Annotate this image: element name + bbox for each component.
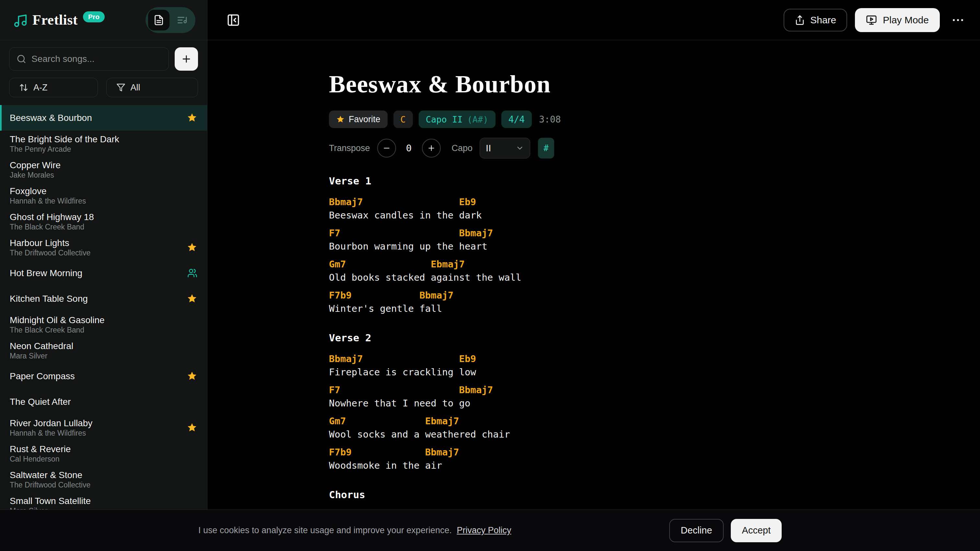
toggle-setlist-view[interactable] bbox=[172, 10, 193, 30]
chevron-down-icon bbox=[515, 144, 524, 152]
song-row-the-quiet-after[interactable]: The Quiet After bbox=[0, 389, 207, 414]
song-title: Kitchen Table Song bbox=[10, 293, 88, 304]
song-row-ghost-of-highway-18[interactable]: Ghost of Highway 18 The Black Creek Band bbox=[0, 209, 207, 234]
star-icon[interactable] bbox=[187, 422, 197, 433]
song-title: Beeswax & Bourbon bbox=[10, 113, 92, 123]
share-label: Share bbox=[810, 14, 836, 25]
section-heading: Verse 2 bbox=[329, 331, 980, 344]
lyric-line: Bourbon warming up the heart bbox=[329, 240, 980, 253]
app-logo: Fretlist Pro bbox=[13, 11, 105, 30]
play-mode-button[interactable]: Play Mode bbox=[855, 8, 940, 32]
song-artist: Jake Morales bbox=[10, 171, 60, 179]
share-button[interactable]: Share bbox=[784, 9, 847, 32]
song-title: Midnight Oil & Gasoline bbox=[10, 315, 105, 325]
search-input[interactable] bbox=[32, 54, 161, 64]
chord-lyric-pair: Gm7 Ebmaj7 Wool socks and a weathered ch… bbox=[329, 414, 980, 441]
filter-label: All bbox=[130, 83, 140, 93]
transpose-minus-button[interactable] bbox=[377, 139, 396, 158]
favorite-label: Favorite bbox=[349, 115, 380, 124]
song-title: Small Town Satellite bbox=[10, 495, 91, 506]
collapse-sidebar-button[interactable] bbox=[223, 10, 244, 30]
capo-label: Capo bbox=[452, 143, 473, 153]
chord-lyric-pair: Bbmaj7 Eb9 Beeswax candles in the dark bbox=[329, 196, 980, 222]
section-chorus: Chorus bbox=[329, 488, 980, 502]
lyric-line: Wool socks and a weathered chair bbox=[329, 428, 980, 441]
chord-line: F7 Bbmaj7 bbox=[329, 226, 980, 240]
add-song-button[interactable] bbox=[175, 47, 198, 71]
minus-icon bbox=[382, 144, 391, 152]
song-row-copper-wire[interactable]: Copper Wire Jake Morales bbox=[0, 156, 207, 183]
main-topbar: Share Play Mode bbox=[207, 0, 980, 40]
lyric-line: Beeswax candles in the dark bbox=[329, 209, 980, 222]
transpose-plus-button[interactable] bbox=[422, 139, 441, 158]
capo-select-value: II bbox=[486, 143, 491, 154]
play-mode-label: Play Mode bbox=[883, 14, 929, 25]
song-row-hot-brew-morning[interactable]: Hot Brew Morning bbox=[0, 260, 207, 286]
song-title: Hot Brew Morning bbox=[10, 268, 82, 279]
sharp-toggle-button[interactable]: # bbox=[538, 138, 554, 159]
song-row-midnight-oil[interactable]: Midnight Oil & Gasoline The Black Creek … bbox=[0, 312, 207, 338]
song-title: Neon Cathedral bbox=[10, 341, 73, 351]
transpose-value: 0 bbox=[396, 143, 422, 154]
chord-line: Bbmaj7 Eb9 bbox=[329, 196, 980, 209]
song-row-paper-compass[interactable]: Paper Compass bbox=[0, 363, 207, 389]
panel-left-close-icon bbox=[226, 13, 240, 27]
lyric-line: Woodsmoke in the air bbox=[329, 459, 980, 472]
chord-lyric-pair: F7b9 Bbmaj7 Winter's gentle fall bbox=[329, 289, 980, 315]
star-icon[interactable] bbox=[187, 293, 197, 304]
arrow-up-down-icon bbox=[19, 83, 28, 92]
filter-row: A-Z All bbox=[0, 71, 207, 105]
sidebar-header: Fretlist Pro bbox=[0, 0, 207, 40]
filter-button[interactable]: All bbox=[106, 78, 198, 97]
song-row-kitchen-table-song[interactable]: Kitchen Table Song bbox=[0, 286, 207, 312]
song-artist: The Driftwood Collective bbox=[10, 248, 91, 257]
song-row-saltwater-and-stone[interactable]: Saltwater & Stone The Driftwood Collecti… bbox=[0, 467, 207, 492]
song-row-harbour-lights[interactable]: Harbour Lights The Driftwood Collective bbox=[0, 234, 207, 260]
chord-line: F7b9 Bbmaj7 bbox=[329, 289, 980, 302]
accept-button[interactable]: Accept bbox=[731, 519, 782, 542]
section-verse-1: Verse 1 Bbmaj7 Eb9 Beeswax candles in th… bbox=[329, 174, 980, 315]
star-icon[interactable] bbox=[187, 242, 197, 253]
chord-lyric-pair: Bbmaj7 Eb9 Fireplace is crackling low bbox=[329, 352, 980, 379]
song-row-beeswax-bourbon[interactable]: Beeswax & Bourbon bbox=[0, 105, 207, 131]
capo-badge: Capo II (A#) bbox=[419, 110, 495, 128]
song-title: Ghost of Highway 18 bbox=[10, 212, 94, 222]
favorite-badge[interactable]: Favorite bbox=[329, 110, 388, 128]
privacy-policy-link[interactable]: Privacy Policy bbox=[457, 526, 511, 535]
song-row-bright-side[interactable]: The Bright Side of the Dark The Penny Ar… bbox=[0, 131, 207, 156]
search-box[interactable] bbox=[9, 47, 169, 71]
sort-label: A-Z bbox=[33, 83, 48, 93]
song-artist: Mara Silver bbox=[10, 352, 73, 360]
song-title: The Quiet After bbox=[10, 397, 71, 407]
song-title: Harbour Lights bbox=[10, 237, 91, 248]
cookie-banner: I use cookies to analyze site usage and … bbox=[0, 510, 980, 551]
song-sheet: Beeswax & Bourbon Favorite C Capo II (A#… bbox=[207, 40, 980, 551]
song-artist: Hannah & the Wildfires bbox=[10, 197, 86, 205]
lyric-line: Old books stacked against the wall bbox=[329, 271, 980, 284]
song-row-foxglove[interactable]: Foxglove Hannah & the Wildfires bbox=[0, 183, 207, 209]
decline-button[interactable]: Decline bbox=[669, 519, 724, 542]
capo-badge-label: Capo II bbox=[426, 115, 463, 124]
capo-select[interactable]: II bbox=[480, 138, 530, 159]
star-icon[interactable] bbox=[187, 113, 197, 123]
share-up-arrow-icon bbox=[795, 15, 805, 25]
song-row-neon-cathedral[interactable]: Neon Cathedral Mara Silver bbox=[0, 338, 207, 363]
chord-line: Bbmaj7 Eb9 bbox=[329, 352, 980, 366]
sort-button[interactable]: A-Z bbox=[9, 78, 98, 97]
song-artist: The Black Creek Band bbox=[10, 223, 94, 231]
capo-badge-note: (A#) bbox=[467, 115, 488, 124]
song-title: Paper Compass bbox=[10, 371, 75, 382]
toggle-document-view[interactable] bbox=[148, 10, 170, 30]
star-icon[interactable] bbox=[187, 371, 197, 382]
section-heading: Verse 1 bbox=[329, 174, 980, 188]
star-icon bbox=[336, 115, 345, 124]
song-title: Saltwater & Stone bbox=[10, 470, 91, 480]
magnifier-icon bbox=[16, 54, 26, 64]
ellipsis-icon bbox=[951, 13, 965, 27]
song-row-rust-and-reverie[interactable]: Rust & Reverie Cal Henderson bbox=[0, 441, 207, 467]
chord-lyric-pair: F7 Bbmaj7 Nowhere that I need to go bbox=[329, 384, 980, 410]
transpose-label: Transpose bbox=[329, 143, 370, 153]
more-options-button[interactable] bbox=[948, 10, 968, 30]
song-row-river-jordan-lullaby[interactable]: River Jordan Lullaby Hannah & the Wildfi… bbox=[0, 414, 207, 441]
page-title: Beeswax & Bourbon bbox=[329, 70, 980, 98]
